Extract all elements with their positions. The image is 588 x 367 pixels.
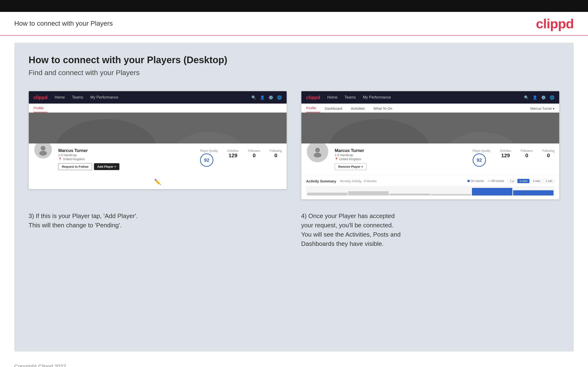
screenshot2-nav-performance: My Performance: [363, 95, 391, 100]
screenshot1-activities-value: 129: [227, 152, 239, 159]
offcourse-dot: [488, 180, 490, 182]
screenshot1-buttons: Request to Follow Add Player +: [58, 163, 194, 170]
remove-player-button[interactable]: Remove Player ×: [335, 163, 367, 170]
screenshot1-nav-right: 🔍 👤 ⚙️ 🌐: [251, 95, 282, 100]
location-icon-2: 📍: [335, 158, 338, 161]
screenshot2-followers-label: Followers: [521, 149, 533, 152]
chart-bar-2: [348, 191, 389, 195]
chart-bar-1: [307, 193, 347, 195]
screenshot1-player-handicap: 1-5 Handicap: [58, 153, 194, 157]
chart-bar-5: [472, 188, 512, 195]
screenshot2-activity-controls: On course Off course 1 yr 6 mths 3: [467, 179, 554, 183]
screenshot1-banner: [29, 113, 287, 143]
screenshot1-player-location: 📍 United Kingdom: [58, 157, 194, 161]
oncourse-legend: On course: [467, 179, 484, 183]
screenshot1-nav: clippd Home Teams My Performance 🔍 👤 ⚙️ …: [29, 91, 287, 104]
main-content: How to connect with your Players (Deskto…: [14, 43, 574, 351]
screenshot1-logo: clippd: [34, 95, 48, 100]
screenshot-2-col: clippd Home Teams My Performance 🔍 👤 ⚙️ …: [301, 91, 560, 200]
screenshot2-avatar: [306, 140, 329, 163]
chart-bar-3: [389, 194, 430, 195]
screenshot2-following-label: Following: [542, 149, 554, 152]
chart-bar-6: [513, 190, 553, 195]
header-title: How to connect with your Players: [14, 20, 113, 27]
screenshot-2-browser: clippd Home Teams My Performance 🔍 👤 ⚙️ …: [301, 91, 560, 200]
settings-icon-2: ⚙️: [541, 95, 546, 100]
screenshot1-activities-stat: Activities 129: [227, 149, 239, 167]
settings-icon: ⚙️: [268, 95, 273, 100]
screenshot1-profile-info: Marcus Turner 1-5 Handicap 📍 United King…: [58, 147, 194, 170]
screenshot2-followers-stat: Followers 0: [521, 149, 533, 167]
screenshot1-following-stat: Following 0: [270, 149, 282, 167]
globe-icon: 🌐: [277, 95, 282, 100]
user-icon-2: 👤: [533, 95, 537, 100]
globe-icon-2: 🌐: [550, 95, 554, 100]
footer-copyright: Copyright Clippd 2022: [14, 363, 66, 367]
request-follow-button[interactable]: Request to Follow: [58, 163, 92, 170]
top-bar: [0, 0, 588, 12]
screenshot2-quality-label: Player Quality: [473, 149, 491, 152]
screenshot2-activities-label: Activities: [500, 149, 511, 152]
screenshot-1-col: clippd Home Teams My Performance 🔍 👤 ⚙️ …: [28, 91, 287, 200]
screenshot1-following-value: 0: [270, 152, 282, 159]
header: How to connect with your Players clippd: [0, 12, 588, 36]
screenshot2-nav-home: Home: [327, 95, 337, 100]
main-title: How to connect with your Players (Deskto…: [28, 55, 560, 65]
search-icon-2: 🔍: [524, 95, 529, 100]
desc-col-2: 4) Once your Player has acceptedyour req…: [301, 211, 560, 249]
screenshot2-buttons: Remove Player ×: [335, 163, 467, 170]
screenshot2-tab-user: Marcus Turner ▾: [530, 107, 554, 112]
screenshot1-followers-label: Followers: [248, 149, 260, 152]
screenshot1-profile-section: Marcus Turner 1-5 Handicap 📍 United King…: [29, 143, 287, 175]
screenshot2-activity-header: Activity Summary Monthly Activity · 6 Mo…: [306, 179, 554, 183]
location-icon: 📍: [58, 158, 62, 161]
screenshot1-stats: Player Quality 92 Activities 129 Followe…: [200, 147, 282, 167]
header-logo: clippd: [536, 16, 574, 31]
screenshot1-following-label: Following: [270, 149, 282, 152]
screenshot2-tab-whattoon[interactable]: What To On: [373, 105, 396, 112]
screenshot2-profile-info: Marcus Turner 1-5 Handicap 📍 United King…: [335, 147, 467, 170]
screenshot2-activity: Activity Summary Monthly Activity · 6 Mo…: [301, 175, 559, 199]
search-icon: 🔍: [251, 95, 256, 100]
screenshot1-cursor-area: ✏️: [29, 175, 287, 189]
time-btn-6mths[interactable]: 6 mths: [517, 179, 529, 183]
add-player-button[interactable]: Add Player +: [94, 163, 119, 170]
time-btn-1mth[interactable]: 1 mth: [544, 179, 554, 183]
screenshot2-quality-block: Player Quality 92: [473, 149, 491, 167]
screenshot2-activity-title-area: Activity Summary Monthly Activity · 6 Mo…: [306, 179, 377, 183]
screenshot2-stats: Player Quality 92 Activities 129 Followe…: [473, 147, 554, 167]
screenshot1-followers-value: 0: [248, 152, 260, 159]
time-btn-1yr[interactable]: 1 yr: [508, 179, 516, 183]
screenshot1-quality-block: Player Quality 92: [200, 149, 218, 167]
screenshot1-player-name: Marcus Turner: [58, 148, 194, 153]
screenshot2-following-value: 0: [542, 152, 554, 159]
desc-col-1: 3) If this is your Player tap, 'Add Play…: [28, 211, 287, 249]
screenshot1-followers-stat: Followers 0: [248, 149, 260, 167]
screenshot2-following-stat: Following 0: [542, 149, 554, 167]
svg-point-2: [315, 148, 320, 152]
screenshot2-player-handicap: 1-5 Handicap: [335, 153, 467, 157]
screenshot1-nav-performance: My Performance: [90, 95, 118, 100]
screenshot2-activities-stat: Activities 129: [500, 149, 511, 167]
screenshot1-tabs: Profile: [29, 104, 287, 113]
screenshot2-activity-legend: On course Off course: [467, 179, 504, 183]
screenshot1-quality-circle: 92: [200, 153, 213, 167]
screenshot2-banner-overlay: [301, 113, 559, 143]
user-icon: 👤: [260, 95, 265, 100]
screenshot2-time-btns: 1 yr 6 mths 3 mths 1 mth: [508, 179, 554, 183]
time-btn-3mths[interactable]: 3 mths: [530, 179, 543, 183]
screenshot2-nav: clippd Home Teams My Performance 🔍 👤 ⚙️ …: [301, 91, 559, 104]
screenshot2-logo: clippd: [306, 95, 320, 100]
screenshot2-nav-teams: Teams: [345, 95, 356, 100]
desc-text-2: 4) Once your Player has acceptedyour req…: [301, 211, 560, 249]
screenshot2-tab-dashboard[interactable]: Dashboard: [325, 105, 346, 112]
screenshot2-chart-area: [306, 186, 554, 195]
screenshots-row: clippd Home Teams My Performance 🔍 👤 ⚙️ …: [28, 91, 560, 200]
screenshot2-tab-profile[interactable]: Profile: [306, 104, 320, 112]
main-subtitle: Find and connect with your Players: [28, 69, 560, 77]
screenshot1-tab-profile[interactable]: Profile: [34, 104, 48, 112]
cursor-icon: ✏️: [154, 179, 161, 185]
descriptions-row: 3) If this is your Player tap, 'Add Play…: [28, 211, 560, 249]
screenshot2-activity-subtitle: Monthly Activity · 6 Months: [340, 179, 377, 183]
screenshot2-tab-activities[interactable]: Activities: [351, 105, 369, 112]
